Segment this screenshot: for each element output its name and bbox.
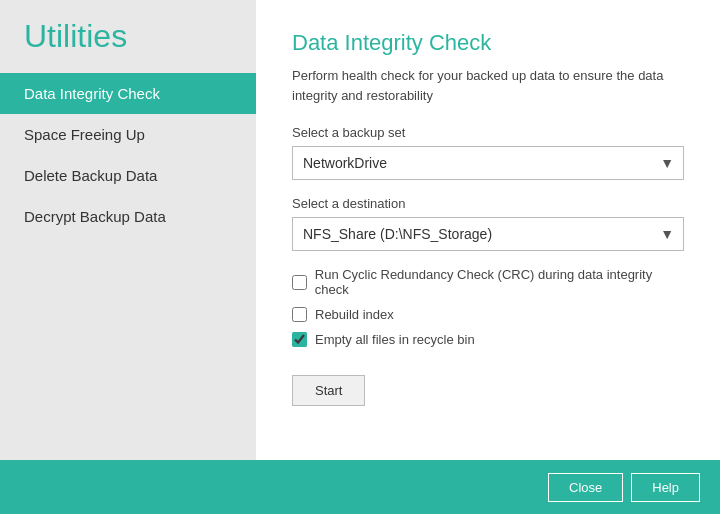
crc-checkbox[interactable]	[292, 275, 307, 290]
backup-set-label: Select a backup set	[292, 125, 684, 140]
help-button[interactable]: Help	[631, 473, 700, 502]
empty-recycle-checkbox[interactable]	[292, 332, 307, 347]
sidebar-item-data-integrity-check[interactable]: Data Integrity Check	[0, 73, 256, 114]
content-area: Data Integrity Check Perform health chec…	[256, 0, 720, 460]
rebuild-label: Rebuild index	[315, 307, 394, 322]
destination-label: Select a destination	[292, 196, 684, 211]
sidebar: Utilities Data Integrity Check Space Fre…	[0, 0, 256, 460]
rebuild-index-checkbox[interactable]	[292, 307, 307, 322]
backup-set-select[interactable]: NetworkDrive	[292, 146, 684, 180]
backup-set-wrapper: NetworkDrive ▼	[292, 146, 684, 180]
crc-label: Run Cyclic Redundancy Check (CRC) during…	[315, 267, 684, 297]
start-button[interactable]: Start	[292, 375, 365, 406]
rebuild-checkbox-group: Rebuild index	[292, 307, 684, 322]
sidebar-item-space-freeing-up[interactable]: Space Freeing Up	[0, 114, 256, 155]
sidebar-item-decrypt-backup-data[interactable]: Decrypt Backup Data	[0, 196, 256, 237]
destination-wrapper: NFS_Share (D:\NFS_Storage) ▼	[292, 217, 684, 251]
close-button[interactable]: Close	[548, 473, 623, 502]
app-title: Utilities	[0, 0, 256, 73]
footer: Close Help	[0, 460, 720, 514]
sidebar-item-delete-backup-data[interactable]: Delete Backup Data	[0, 155, 256, 196]
crc-checkbox-group: Run Cyclic Redundancy Check (CRC) during…	[292, 267, 684, 297]
main-container: Utilities Data Integrity Check Space Fre…	[0, 0, 720, 460]
page-title: Data Integrity Check	[292, 30, 684, 56]
destination-select[interactable]: NFS_Share (D:\NFS_Storage)	[292, 217, 684, 251]
empty-recycle-checkbox-group: Empty all files in recycle bin	[292, 332, 684, 347]
empty-recycle-label: Empty all files in recycle bin	[315, 332, 475, 347]
page-description: Perform health check for your backed up …	[292, 66, 684, 105]
